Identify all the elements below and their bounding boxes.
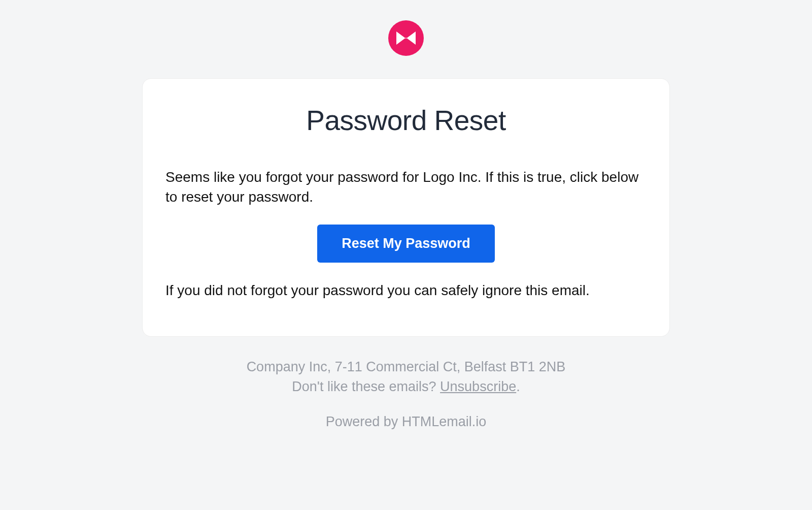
logo-container (142, 20, 670, 58)
unsubscribe-link[interactable]: Unsubscribe (440, 379, 516, 394)
email-card: Password Reset Seems like you forgot you… (142, 78, 670, 337)
intro-text: Seems like you forgot your password for … (165, 167, 647, 207)
unsubscribe-prompt: Don't like these emails? (292, 379, 440, 394)
reset-password-button[interactable]: Reset My Password (317, 225, 495, 263)
email-footer: Company Inc, 7-11 Commercial Ct, Belfast… (142, 357, 670, 432)
unsubscribe-suffix: . (516, 379, 520, 394)
footer-address: Company Inc, 7-11 Commercial Ct, Belfast… (142, 357, 670, 377)
footer-address-block: Company Inc, 7-11 Commercial Ct, Belfast… (142, 357, 670, 397)
bowtie-logo-icon (388, 20, 424, 58)
email-container: Password Reset Seems like you forgot you… (142, 20, 670, 432)
button-container: Reset My Password (165, 225, 647, 263)
page-title: Password Reset (165, 104, 647, 137)
ignore-text: If you did not forgot your password you … (165, 280, 647, 300)
footer-unsubscribe-line: Don't like these emails? Unsubscribe. (142, 377, 670, 397)
powered-by: Powered by HTMLemail.io (142, 412, 670, 432)
